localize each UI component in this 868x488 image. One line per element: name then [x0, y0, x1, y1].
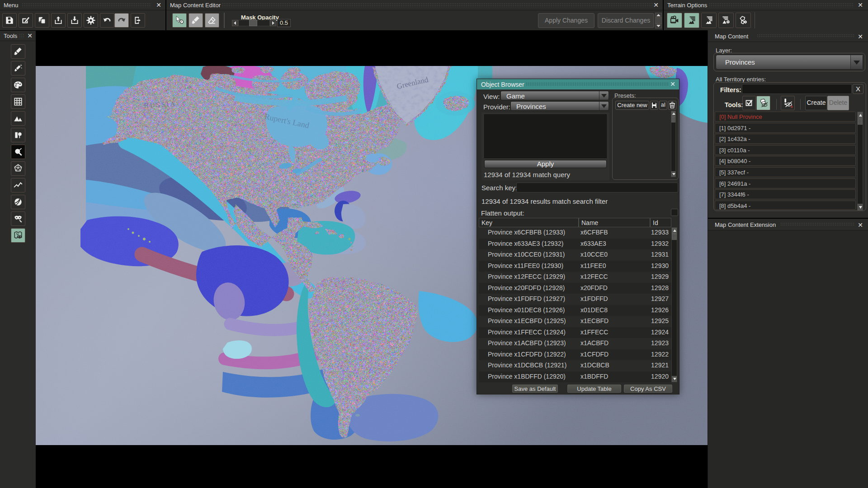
- svg-text:0: 0: [791, 105, 793, 108]
